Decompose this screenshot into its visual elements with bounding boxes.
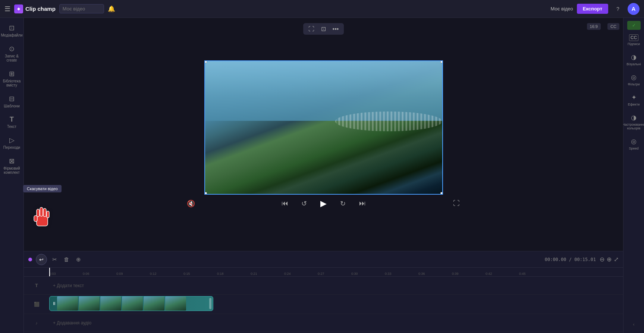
- clip-end-handle[interactable]: [209, 298, 211, 309]
- handle-top-left[interactable]: [204, 60, 207, 63]
- sidebar-item-record[interactable]: ⊙ Запис & create: [1, 42, 23, 65]
- preview-toolbar: ⛶ ⊡ •••: [303, 23, 344, 35]
- duplicate-button[interactable]: ⊕: [75, 255, 82, 264]
- clip-thumb-2: [79, 296, 100, 311]
- export-button[interactable]: Експорт: [577, 4, 608, 14]
- captions-right-button[interactable]: CC: [607, 23, 619, 30]
- handle-top-right[interactable]: [440, 60, 443, 63]
- add-audio-button[interactable]: + Додавання аудіо: [53, 320, 91, 326]
- help-icon[interactable]: ?: [612, 3, 624, 15]
- video-track-content: ⏸: [49, 295, 623, 314]
- undo-button[interactable]: ↩: [36, 254, 47, 265]
- timeline-time-display: 00:00.00 / 00:15.01: [545, 257, 596, 262]
- delete-button[interactable]: 🗑: [62, 255, 71, 264]
- clip-thumb-6: [165, 296, 186, 311]
- skip-back-button[interactable]: ⏮: [279, 198, 291, 210]
- visuals-icon: ◑: [631, 53, 637, 61]
- record-icon: ⊙: [9, 45, 15, 53]
- play-button[interactable]: ▶: [318, 198, 330, 210]
- color-correction-icon: ◑: [631, 114, 637, 122]
- topbar-left: ☰ ◈ Clip champ 🔔: [4, 4, 115, 13]
- audio-track-icon: ♪: [35, 321, 38, 325]
- ruler-mark-13: 0:42: [486, 272, 519, 276]
- sidebar-item-media[interactable]: ⊡ Медіафайли: [1, 21, 23, 40]
- video-canvas[interactable]: ↻: [204, 60, 443, 195]
- sidebar-item-content-label: Бібліотека вмісту: [3, 79, 21, 87]
- right-panel-filters[interactable]: ◎ Фільтри: [624, 70, 644, 89]
- apply-button[interactable]: ✓: [627, 21, 641, 30]
- user-avatar[interactable]: A: [628, 3, 640, 15]
- audio-track-label: ♪: [24, 321, 49, 325]
- more-options-button[interactable]: •••: [330, 25, 341, 33]
- collapse-right-panel-button[interactable]: ‹: [630, 319, 638, 330]
- audio-track-content: + Додавання аудіо: [49, 314, 623, 332]
- clip-thumb-5: [144, 296, 164, 311]
- clip-pause-icon: ⏸: [52, 301, 56, 306]
- hamburger-menu-icon[interactable]: ☰: [4, 5, 10, 13]
- fullscreen-button[interactable]: ⛶: [450, 198, 462, 210]
- right-panel-filters-label: Фільтри: [628, 82, 640, 86]
- video-track-label: ⬛: [24, 302, 49, 307]
- effects-icon: ✦: [631, 94, 637, 101]
- ruler-mark-0: 0:03: [49, 272, 83, 276]
- zoom-controls: ⊖ ⊕ ⤢: [600, 256, 619, 263]
- add-text-button[interactable]: + Додати текст: [53, 283, 84, 288]
- playhead[interactable]: [49, 268, 50, 276]
- brand-icon: ⊠: [9, 157, 15, 165]
- sidebar-item-transitions-label: Переходи: [3, 145, 20, 150]
- right-panel: ✓ CC Підписи ◑ Візуальні ◎ Фільтри ✦ Ефе…: [623, 18, 644, 333]
- cut-button[interactable]: ✂: [51, 255, 59, 264]
- fit-button[interactable]: ⊡: [319, 25, 328, 33]
- moe-video-label: Моє відео: [551, 6, 573, 12]
- timeline-toolbar: ↩ ✂ 🗑 ⊕ 00:00.00 / 00:15.01 ⊖ ⊕ ⤢: [24, 251, 623, 268]
- sidebar-item-content-library[interactable]: ⊞ Бібліотека вмісту: [1, 67, 23, 90]
- ruler-marks: 0:03 0:06 0:09 0:12 0:15 0:18 0:21 0:24 …: [24, 272, 623, 276]
- ruler-mark-4: 0:15: [183, 272, 217, 276]
- right-panel-effects[interactable]: ✦ Ефекти: [624, 91, 644, 109]
- center-area: ⛶ ⊡ ••• 16:9 CC ↻: [24, 18, 623, 333]
- clip-thumb-3: [100, 296, 121, 311]
- sidebar-item-brand[interactable]: ⊠ Фірмовий комплект: [1, 154, 23, 178]
- handle-bottom-right[interactable]: [440, 192, 443, 195]
- forward-button[interactable]: ↻: [337, 198, 349, 210]
- project-name-input[interactable]: [59, 4, 104, 13]
- sidebar-item-brand-label: Фірмовий комплект: [3, 166, 21, 175]
- video-content: [205, 61, 442, 194]
- right-panel-visuals[interactable]: ◑ Візуальні: [624, 50, 644, 69]
- zoom-in-button[interactable]: ⊕: [607, 256, 612, 263]
- ruler-mark-1: 0:06: [83, 272, 116, 276]
- speed-icon: ◎: [631, 138, 637, 145]
- app-title: Clip champ: [25, 6, 56, 12]
- sidebar-item-templates[interactable]: ⊟ Шаблони: [1, 92, 23, 111]
- topbar-right: Моє відео Експорт ? A: [551, 3, 640, 15]
- filters-icon: ◎: [631, 73, 637, 81]
- handle-bottom-left[interactable]: [204, 192, 207, 195]
- sidebar-item-media-label: Медіафайли: [1, 33, 22, 37]
- rewind-button[interactable]: ↺: [298, 198, 310, 210]
- notifications-icon[interactable]: 🔔: [108, 5, 115, 12]
- ruler-mark-7: 0:24: [284, 272, 318, 276]
- sidebar-item-text[interactable]: T Текст: [1, 113, 23, 132]
- content-library-icon: ⊞: [9, 70, 15, 78]
- right-panel-visuals-label: Візуальні: [626, 62, 641, 66]
- captions-icon: CC: [629, 34, 638, 41]
- skip-forward-button[interactable]: ⏭: [356, 198, 368, 210]
- zoom-out-button[interactable]: ⊖: [600, 256, 604, 263]
- mute-button[interactable]: 🔇: [185, 198, 197, 210]
- ruler-mark-11: 0:36: [418, 272, 452, 276]
- clip-thumb-1: [57, 296, 78, 311]
- right-panel-captions[interactable]: CC Підписи: [624, 31, 644, 49]
- sidebar-item-transitions[interactable]: ▷ Переходи: [1, 133, 23, 153]
- right-panel-color-correction[interactable]: ◑ Настроювання кольорів: [624, 111, 644, 133]
- video-canvas-wrapper: ↻: [204, 57, 443, 195]
- crop-button[interactable]: ⛶: [306, 25, 317, 33]
- app-logo: ◈ Clip champ: [14, 4, 56, 13]
- clip-thumbnails: [57, 296, 186, 311]
- video-clip[interactable]: ⏸: [49, 296, 213, 311]
- tracks-area: T + Додати текст ⬛ ⏸: [24, 277, 623, 333]
- zoom-fit-button[interactable]: ⤢: [614, 256, 619, 263]
- ruler-mark-5: 0:18: [217, 272, 251, 276]
- sidebar-item-text-label: Текст: [7, 125, 16, 129]
- right-panel-speed-label: Speed: [629, 147, 638, 150]
- right-panel-speed[interactable]: ◎ Speed: [624, 135, 644, 153]
